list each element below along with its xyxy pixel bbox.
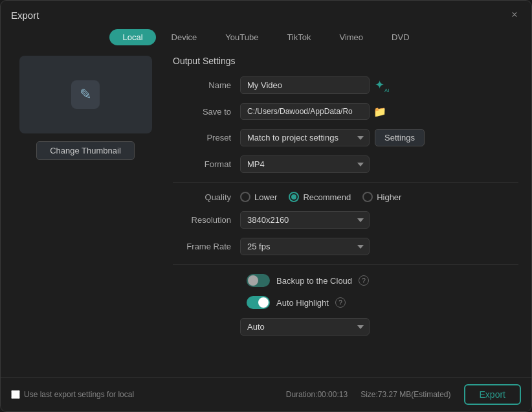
autohighlight-help-icon[interactable]: ? bbox=[335, 297, 346, 308]
tab-youtube[interactable]: YouTube bbox=[212, 29, 271, 45]
divider-2 bbox=[173, 264, 518, 265]
folder-icon[interactable]: 📁 bbox=[373, 106, 386, 118]
backup-help-icon[interactable]: ? bbox=[359, 275, 369, 286]
change-thumbnail-button[interactable]: Change Thumbnail bbox=[36, 141, 135, 160]
preset-select[interactable]: Match to project settings bbox=[240, 129, 370, 146]
title-bar: Export × bbox=[1, 1, 531, 27]
framerate-label: Frame Rate bbox=[173, 242, 231, 251]
name-row: Name ✦AI bbox=[173, 76, 518, 94]
quality-recommend-label: Recommend bbox=[303, 192, 351, 202]
thumbnail-preview: ✎ bbox=[19, 56, 152, 133]
name-label: Name bbox=[173, 80, 231, 90]
last-settings-label: Use last export settings for local bbox=[24, 390, 134, 399]
duration-info: Duration:00:00:13 bbox=[286, 390, 348, 399]
footer-right: Duration:00:00:13 Size:73.27 MB(Estimate… bbox=[286, 384, 521, 405]
radio-higher bbox=[362, 192, 373, 202]
quality-lower[interactable]: Lower bbox=[240, 192, 277, 202]
framerate-row: Frame Rate 25 fps 30 fps 60 fps bbox=[173, 238, 518, 255]
quality-higher-label: Higher bbox=[377, 192, 401, 202]
section-title: Output Settings bbox=[173, 56, 518, 66]
autohighlight-row: Auto Highlight ? bbox=[173, 296, 518, 309]
quality-options: Lower Recommend Higher bbox=[240, 192, 401, 202]
divider-1 bbox=[173, 182, 518, 183]
quality-higher[interactable]: Higher bbox=[362, 192, 401, 202]
thumbnail-icon: ✎ bbox=[71, 80, 100, 109]
resolution-label: Resolution bbox=[173, 215, 231, 225]
tab-vimeo[interactable]: Vimeo bbox=[326, 29, 376, 45]
settings-button[interactable]: Settings bbox=[375, 129, 425, 146]
framerate-select[interactable]: 25 fps 30 fps 60 fps bbox=[240, 238, 370, 255]
radio-lower bbox=[240, 192, 250, 202]
saveto-row: Save to 📁 bbox=[173, 103, 518, 120]
tab-device[interactable]: Device bbox=[159, 29, 210, 45]
resolution-select[interactable]: 3840x2160 1920x1080 1280x720 bbox=[240, 211, 370, 229]
export-button[interactable]: Export bbox=[464, 384, 521, 405]
auto-select-row: Auto Manual bbox=[173, 318, 518, 336]
footer: Use last export settings for local Durat… bbox=[1, 377, 531, 411]
preset-label: Preset bbox=[173, 133, 231, 143]
last-settings-checkbox[interactable] bbox=[11, 390, 20, 399]
saveto-input[interactable] bbox=[240, 103, 370, 120]
saveto-label: Save to bbox=[173, 107, 231, 117]
tab-local[interactable]: Local bbox=[109, 29, 155, 45]
quality-recommend[interactable]: Recommend bbox=[289, 192, 351, 202]
radio-recommend bbox=[289, 192, 299, 202]
preset-input-row: Match to project settings Settings bbox=[240, 129, 425, 146]
format-select[interactable]: MP4 MOV AVI bbox=[240, 155, 370, 173]
export-window: Export × Local Device YouTube TikTok Vim… bbox=[0, 0, 532, 412]
autohighlight-label: Auto Highlight bbox=[276, 298, 329, 308]
autohighlight-toggle[interactable] bbox=[247, 296, 270, 309]
format-row: Format MP4 MOV AVI bbox=[173, 155, 518, 173]
quality-row: Quality Lower Recommend Higher bbox=[173, 192, 518, 202]
auto-select[interactable]: Auto Manual bbox=[240, 318, 370, 336]
tab-bar: Local Device YouTube TikTok Vimeo DVD bbox=[1, 27, 531, 53]
right-panel: Output Settings Name ✦AI Save to 📁 Pre bbox=[173, 53, 521, 377]
preset-row: Preset Match to project settings Setting… bbox=[173, 129, 518, 146]
format-label: Format bbox=[173, 159, 231, 169]
saveto-input-row: 📁 bbox=[240, 103, 386, 120]
resolution-row: Resolution 3840x2160 1920x1080 1280x720 bbox=[173, 211, 518, 229]
close-button[interactable]: × bbox=[508, 8, 521, 21]
backup-label: Backup to the Cloud bbox=[276, 276, 352, 286]
backup-row: Backup to the Cloud ? bbox=[173, 274, 518, 287]
name-input-row: ✦AI bbox=[240, 76, 390, 94]
backup-toggle[interactable] bbox=[247, 274, 270, 287]
ai-icon[interactable]: ✦AI bbox=[375, 78, 390, 93]
left-panel: ✎ Change Thumbnail bbox=[11, 53, 160, 377]
tab-dvd[interactable]: DVD bbox=[379, 29, 422, 45]
size-info: Size:73.27 MB(Estimated) bbox=[360, 390, 450, 399]
quality-label: Quality bbox=[173, 192, 231, 202]
footer-left: Use last export settings for local bbox=[11, 390, 134, 399]
quality-lower-label: Lower bbox=[254, 192, 277, 202]
tab-tiktok[interactable]: TikTok bbox=[274, 29, 324, 45]
name-input[interactable] bbox=[240, 76, 370, 94]
window-title: Export bbox=[11, 10, 39, 21]
content-area: ✎ Change Thumbnail Output Settings Name … bbox=[1, 53, 531, 377]
